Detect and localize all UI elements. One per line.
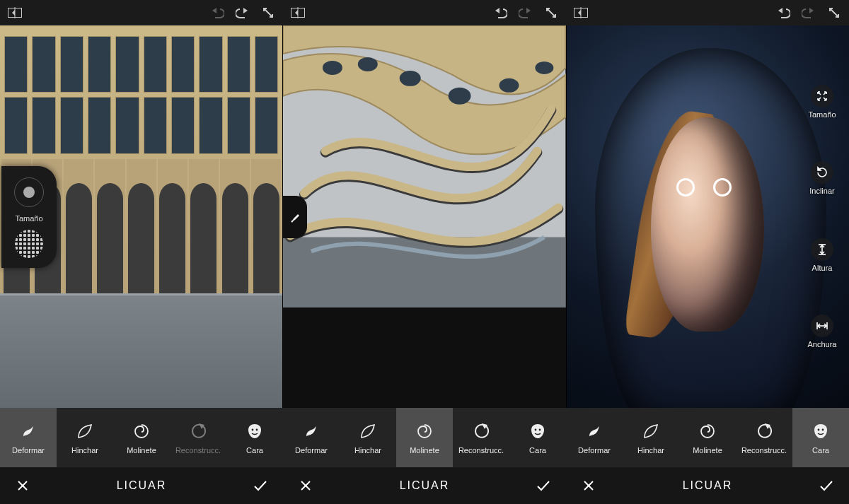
compare-icon[interactable] <box>573 5 589 20</box>
face-icon <box>527 421 548 442</box>
brush-size-indicator[interactable] <box>14 177 44 207</box>
canvas-row: Tamaño <box>0 25 849 408</box>
svg-marker-8 <box>295 10 298 16</box>
confirm-button[interactable] <box>238 479 283 493</box>
cancel-button[interactable] <box>0 479 45 493</box>
cancel-button[interactable] <box>283 479 328 493</box>
face-tool-tilt[interactable]: Inclinar <box>809 161 834 195</box>
top-bar <box>0 0 849 25</box>
svg-marker-10 <box>526 8 531 13</box>
compare-icon[interactable] <box>7 5 23 20</box>
svg-marker-15 <box>778 8 782 13</box>
svg-point-24 <box>499 78 519 93</box>
tool-cara[interactable]: Cara <box>792 408 849 467</box>
tool-segment-1: Deformar Hinchar Molinete Reconstrucc. C… <box>0 408 283 467</box>
fullscreen-icon[interactable] <box>260 5 276 20</box>
confirm-segment-1: LICUAR <box>0 467 283 504</box>
redo-icon[interactable] <box>235 5 250 20</box>
fullscreen-icon[interactable] <box>543 5 559 20</box>
warp-icon <box>18 421 39 442</box>
tool-molinete[interactable]: Molinete <box>113 408 170 467</box>
canvas-panel-1[interactable]: Tamaño <box>0 25 283 408</box>
reconstruct-icon <box>470 421 492 442</box>
svg-point-25 <box>536 61 554 74</box>
tool-cara[interactable]: Cara <box>509 408 566 467</box>
brush-size-label: Tamaño <box>15 214 42 223</box>
svg-line-17 <box>831 9 838 16</box>
brush-tab[interactable] <box>283 196 307 238</box>
bloat-icon <box>640 421 662 442</box>
top-segment-1 <box>0 0 283 25</box>
svg-point-21 <box>358 57 378 71</box>
svg-point-23 <box>449 88 471 105</box>
top-segment-3 <box>566 0 849 25</box>
tool-hinchar[interactable]: Hinchar <box>340 408 396 467</box>
compare-icon[interactable] <box>290 5 306 20</box>
brush-hardness-grid[interactable] <box>15 230 43 258</box>
face-icon <box>244 421 265 442</box>
bloat-icon <box>74 421 96 442</box>
svg-line-5 <box>265 9 272 16</box>
undo-icon[interactable] <box>492 5 508 20</box>
mode-title: LICUAR <box>611 479 804 492</box>
redo-icon[interactable] <box>801 5 816 20</box>
svg-point-34 <box>252 429 254 431</box>
tool-deformar[interactable]: Deformar <box>283 408 340 467</box>
tool-deformar[interactable]: Deformar <box>0 408 57 467</box>
face-icon <box>810 421 831 442</box>
face-tool-height[interactable]: Altura <box>811 238 833 272</box>
face-tool-size[interactable]: Tamaño <box>808 85 836 119</box>
svg-point-37 <box>535 429 537 431</box>
svg-point-35 <box>256 429 258 431</box>
confirm-button[interactable] <box>804 479 849 493</box>
undo-icon[interactable] <box>775 5 791 20</box>
tool-reconstrucc[interactable]: Reconstrucc. <box>453 408 509 467</box>
top-segment-2 <box>283 0 566 25</box>
tool-reconstrucc[interactable]: Reconstrucc. <box>170 408 226 467</box>
svg-point-38 <box>539 429 541 431</box>
twirl-icon <box>697 421 718 442</box>
expand-icon <box>811 85 833 107</box>
brush-size-popover[interactable]: Tamaño <box>1 166 57 268</box>
bloat-icon <box>357 421 379 442</box>
confirm-button[interactable] <box>521 479 566 493</box>
tool-reconstrucc[interactable]: Reconstrucc. <box>736 408 792 467</box>
svg-point-40 <box>818 429 820 431</box>
tool-cara[interactable]: Cara <box>226 408 283 467</box>
twirl-icon <box>414 421 435 442</box>
svg-marker-14 <box>578 10 581 16</box>
svg-point-20 <box>323 61 342 75</box>
rotate-icon <box>811 161 833 184</box>
tool-deformar[interactable]: Deformar <box>566 408 623 467</box>
tool-hinchar[interactable]: Hinchar <box>57 408 113 467</box>
app-root: Tamaño <box>0 0 849 504</box>
fullscreen-icon[interactable] <box>826 5 842 20</box>
warp-icon <box>301 421 322 442</box>
cancel-button[interactable] <box>566 479 611 493</box>
confirm-segment-2: LICUAR <box>283 467 566 504</box>
tool-molinete[interactable]: Molinete <box>396 408 453 467</box>
redo-icon[interactable] <box>518 5 533 20</box>
confirm-row: LICUAR LICUAR LICUAR <box>0 467 849 504</box>
svg-marker-3 <box>212 8 216 13</box>
face-tools-panel: Tamaño Inclinar Altura Anchura <box>799 64 845 370</box>
svg-marker-2 <box>12 10 15 16</box>
face-tool-width[interactable]: Anchura <box>807 315 836 348</box>
twirl-icon <box>131 421 152 442</box>
svg-point-41 <box>822 429 824 431</box>
mode-title: LICUAR <box>328 479 521 492</box>
svg-marker-16 <box>809 8 814 13</box>
undo-icon[interactable] <box>209 5 225 20</box>
canvas-panel-2[interactable] <box>283 25 566 408</box>
svg-line-11 <box>548 9 555 16</box>
tool-segment-3: Deformar Hinchar Molinete Reconstrucc. C… <box>566 408 849 467</box>
tool-hinchar[interactable]: Hinchar <box>623 408 679 467</box>
reconstruct-icon <box>187 421 209 442</box>
svg-marker-4 <box>243 8 248 13</box>
svg-point-22 <box>400 71 421 86</box>
mode-title: LICUAR <box>45 479 238 492</box>
tool-row: Deformar Hinchar Molinete Reconstrucc. C… <box>0 408 849 467</box>
tool-molinete[interactable]: Molinete <box>679 408 736 467</box>
height-icon <box>811 238 833 261</box>
canvas-panel-3[interactable]: Tamaño Inclinar Altura Anchura <box>567 25 849 408</box>
